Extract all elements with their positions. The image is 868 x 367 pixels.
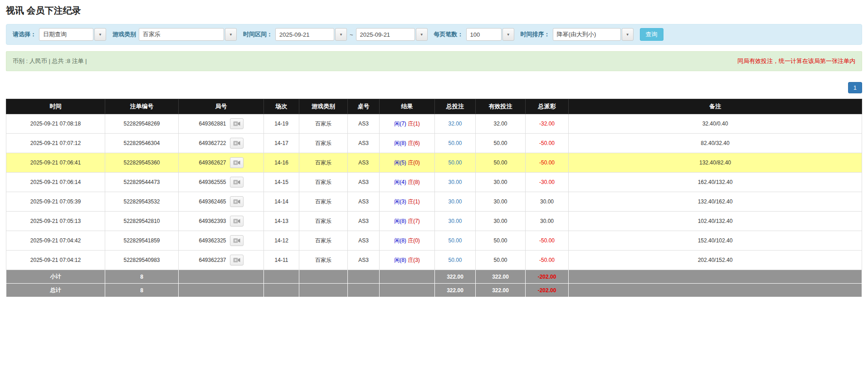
video-replay-button[interactable] xyxy=(230,255,244,266)
sort-input[interactable] xyxy=(553,28,621,41)
game-cell: 百家乐 xyxy=(299,192,348,212)
page-title: 视讯 会员下注纪录 xyxy=(6,5,862,17)
video-replay-button[interactable] xyxy=(230,177,244,188)
select-input[interactable] xyxy=(39,28,93,41)
result-banker: 庄(0) xyxy=(408,237,420,244)
table-row: 2025-09-21 07:04:42 522829541859 6493623… xyxy=(6,231,862,251)
header-result: 结果 xyxy=(380,99,435,114)
total-bet-link[interactable]: 50.00 xyxy=(448,237,462,244)
currency-summary: 币别 : 人民币 | 总共 :8 注单 | xyxy=(13,57,87,65)
table-no-cell: AS3 xyxy=(348,134,380,153)
table-no-cell: AS3 xyxy=(348,231,380,251)
video-replay-icon xyxy=(233,218,240,224)
per-page-caret-button[interactable]: ▼ xyxy=(502,28,514,41)
video-replay-button[interactable] xyxy=(230,118,244,129)
result-player: 闲(8) xyxy=(394,140,406,146)
session-cell: 14-12 xyxy=(264,231,299,251)
result-player: 闲(8) xyxy=(394,218,406,224)
total-bet-cell: 50.00 xyxy=(435,134,476,153)
table-row: 2025-09-21 07:06:14 522829544473 6493625… xyxy=(6,173,862,192)
chevron-down-icon: ▼ xyxy=(229,33,233,37)
total-bet-link[interactable]: 30.00 xyxy=(448,179,462,185)
filter-group-select: 请选择： ▼ xyxy=(13,28,106,41)
result-cell: 闲(8) 庄(0) xyxy=(380,231,435,251)
round-no: 649362465 xyxy=(199,198,226,205)
result-banker: 庄(1) xyxy=(408,198,420,205)
round-no: 649362627 xyxy=(199,159,226,166)
game-cell: 百家乐 xyxy=(299,173,348,192)
total-bet-link[interactable]: 50.00 xyxy=(448,140,462,146)
per-page-input[interactable] xyxy=(466,28,502,41)
total-bet-cell: 30.00 xyxy=(435,173,476,192)
video-replay-icon xyxy=(233,121,240,126)
total-bet-cell: 50.00 xyxy=(435,251,476,270)
result-player: 闲(8) xyxy=(394,257,406,263)
valid-bet-cell: 50.00 xyxy=(476,134,526,153)
video-replay-button[interactable] xyxy=(230,157,244,168)
result-player: 闲(4) xyxy=(394,179,406,185)
result-cell: 闲(5) 庄(0) xyxy=(380,153,435,173)
select-caret-button[interactable]: ▼ xyxy=(94,28,106,41)
table-summary: 小计 8 322.00 322.00 -202.00 总计 8 xyxy=(6,270,862,297)
result-cell: 闲(8) 庄(3) xyxy=(380,251,435,270)
total-bet-link[interactable]: 32.00 xyxy=(448,121,462,127)
game-cell: 百家乐 xyxy=(299,114,348,134)
time-cell: 2025-09-21 07:05:13 xyxy=(6,212,105,231)
bet-no-cell: 522829544473 xyxy=(105,173,179,192)
page-1-button[interactable]: 1 xyxy=(848,82,862,93)
table-row: 2025-09-21 07:05:39 522829543532 6493624… xyxy=(6,192,862,212)
payout-cell: -50.00 xyxy=(526,231,569,251)
bet-no-cell: 522829540983 xyxy=(105,251,179,270)
filter-bar: 请选择： ▼ 游戏类别 ▼ 时间区间： ▼ ~ ▼ xyxy=(6,24,862,45)
game-caret-button[interactable]: ▼ xyxy=(225,28,237,41)
chevron-down-icon: ▼ xyxy=(507,33,510,37)
total-valid-bet: 322.00 xyxy=(476,284,526,297)
sort-label: 时间排序： xyxy=(521,30,550,39)
round-no: 649362325 xyxy=(199,237,226,244)
game-cell: 百家乐 xyxy=(299,134,348,153)
header-total-bet: 总投注 xyxy=(435,99,476,114)
round-no-cell: 649362881 xyxy=(179,114,264,134)
video-replay-button[interactable] xyxy=(230,216,244,227)
per-page-combobox: ▼ xyxy=(466,28,514,41)
total-bet-link[interactable]: 30.00 xyxy=(448,218,462,224)
round-no: 649362237 xyxy=(199,257,226,263)
valid-bet-cell: 30.00 xyxy=(476,173,526,192)
note-cell: 132.40/82.40 xyxy=(569,153,862,173)
date-to-caret-button[interactable]: ▼ xyxy=(416,28,428,41)
bet-no-cell: 522829543532 xyxy=(105,192,179,212)
note-cell: 32.40/0.40 xyxy=(569,114,862,134)
result-cell: 闲(3) 庄(1) xyxy=(380,192,435,212)
video-replay-button[interactable] xyxy=(230,138,244,149)
valid-bet-cell: 50.00 xyxy=(476,231,526,251)
time-cell: 2025-09-21 07:07:12 xyxy=(6,134,105,153)
total-total-bet: 322.00 xyxy=(435,284,476,297)
video-replay-button[interactable] xyxy=(230,196,244,207)
game-combobox: ▼ xyxy=(139,28,237,41)
total-bet-cell: 30.00 xyxy=(435,192,476,212)
date-from-caret-button[interactable]: ▼ xyxy=(335,28,347,41)
sort-caret-button[interactable]: ▼ xyxy=(622,28,634,41)
total-bet-link[interactable]: 30.00 xyxy=(448,198,462,205)
search-button[interactable]: 查询 xyxy=(640,28,663,41)
total-count: 8 xyxy=(105,284,179,297)
valid-bet-cell: 50.00 xyxy=(476,251,526,270)
subtotal-count: 8 xyxy=(105,270,179,284)
period-label: 时间区间： xyxy=(243,30,273,39)
payout-cell: -32.00 xyxy=(526,114,569,134)
result-cell: 闲(4) 庄(8) xyxy=(380,173,435,192)
total-bet-link[interactable]: 50.00 xyxy=(448,257,462,263)
video-replay-button[interactable] xyxy=(230,235,244,246)
game-input[interactable] xyxy=(139,28,224,41)
payout-cell: -50.00 xyxy=(526,153,569,173)
date-from-input[interactable] xyxy=(275,28,334,41)
total-bet-link[interactable]: 50.00 xyxy=(448,159,462,166)
header-payout: 总派彩 xyxy=(526,99,569,114)
result-cell: 闲(8) 庄(7) xyxy=(380,212,435,231)
filter-group-period: 时间区间： ▼ ~ ▼ xyxy=(243,28,428,41)
round-no-cell: 649362465 xyxy=(179,192,264,212)
bet-no-cell: 522829548269 xyxy=(105,114,179,134)
date-to-input[interactable] xyxy=(356,28,415,41)
result-cell: 闲(8) 庄(6) xyxy=(380,134,435,153)
valid-bet-cell: 50.00 xyxy=(476,153,526,173)
